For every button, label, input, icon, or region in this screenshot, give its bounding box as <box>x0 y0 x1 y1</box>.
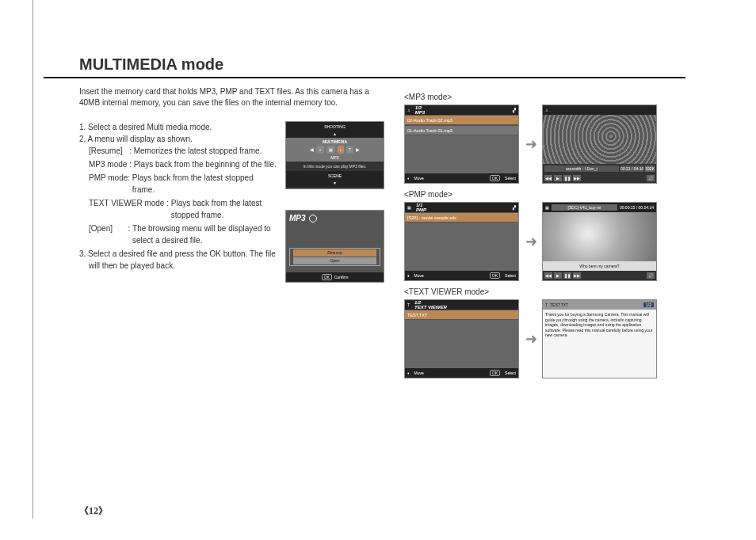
play-icon: ▶ <box>554 175 562 181</box>
arrow-icon: ➜ <box>525 135 536 153</box>
updown-icon: ♦ <box>407 176 410 181</box>
ok-key-icon: OK <box>490 175 500 181</box>
film-icon: ▞ <box>513 205 516 210</box>
multimedia-label: MULTIMEDIA <box>323 139 347 144</box>
mp3-mode-label: <MP3 mode> <box>404 93 701 101</box>
pmp-browser-lcd: ▦ 1/1PMP ▞ [S20] - movie sample.sdc ♦ Mo… <box>404 202 519 281</box>
move-label: Move <box>414 371 424 375</box>
scene-label: SCENE <box>328 173 342 178</box>
steps-list: 1. Select a desired Multi media mode. 2.… <box>79 121 277 283</box>
next-icon: ▶▶ <box>573 272 581 279</box>
mp3-label: MP3 <box>330 155 338 160</box>
arrow-icon: ➜ <box>525 233 536 250</box>
down-arrow-icon: ▼ <box>333 181 337 185</box>
updown-icon: ♦ <box>407 371 410 375</box>
nowplaying-title: erosmith - I Don_t <box>544 165 619 172</box>
step-3: 3. Select a desired file and press the O… <box>79 248 277 272</box>
def-label: MP3 mode : <box>89 158 134 170</box>
music-icon: ♫ <box>545 108 548 112</box>
page-number: 《12》 <box>79 504 108 518</box>
page-margin-line <box>32 0 33 519</box>
def-text: Plays back from the latest stopped frame… <box>132 172 277 196</box>
mode-icon: ▦ <box>326 146 335 154</box>
caption-text: Who bent my camera? <box>579 264 619 268</box>
select-label: Select <box>505 371 516 375</box>
time-display: 00:21 / 04:10 <box>620 165 643 172</box>
mp3-player-lcd: ♫ erosmith - I Don_t 00:21 / 04:10 192K … <box>542 105 657 184</box>
step-1: 1. Select a desired Multi media mode. <box>79 121 277 133</box>
prev-icon: ◀◀ <box>544 175 552 181</box>
mode-icon: ♫ <box>316 146 324 154</box>
film-icon: ▞ <box>513 108 516 112</box>
headphone-icon <box>309 215 317 222</box>
select-label: Select <box>505 273 516 278</box>
file-row-selected: TEST.TXT <box>405 310 518 319</box>
volume-icon: 🔊 <box>647 272 655 279</box>
mode-icon-selected: ♪ <box>338 146 345 154</box>
def-text: Memorizes the latest stopped frame. <box>134 145 277 157</box>
updown-icon: ♦ <box>407 273 410 278</box>
def-text: Plays back from the beginning of the fil… <box>134 158 277 170</box>
music-icon: ♫ <box>407 108 410 112</box>
def-label: PMP mode: <box>89 172 132 196</box>
right-column: <MP3 mode> ♫ 1/2MP3 ▞ 02-Audio Track 02.… <box>404 86 701 383</box>
step-2: 2. A menu will display as shown. <box>79 133 277 145</box>
shooting-label: SHOOTING <box>324 124 346 129</box>
track-row: 01-Audio Track 01.mp3 <box>405 126 518 135</box>
volume-icon: 🔊 <box>647 175 655 181</box>
def-label: [Resume] : <box>89 145 134 157</box>
def-label: TEXT VIEWER mode : <box>89 197 171 221</box>
open-option: Open <box>293 257 376 264</box>
video-icon: ▦ <box>407 205 411 210</box>
file-row-selected: [S20] - movie sample.sdc <box>405 213 518 222</box>
arrow-icon: ➜ <box>525 330 536 348</box>
pmp-mode-label: <PMP mode> <box>404 190 701 199</box>
prev-icon: ◀◀ <box>544 272 552 279</box>
text-browser-lcd: T 1/2TEXT VIEWER TEST.TXT ♦ Move OK Sele… <box>404 299 519 378</box>
text-viewer-lcd: T TEST.TXT 1/2 Thank you for buying a Sa… <box>542 299 657 378</box>
ok-key-icon: OK <box>490 370 500 376</box>
pause-icon: ❚❚ <box>563 272 571 279</box>
mode-title: MP3 <box>415 110 425 115</box>
page-title: MULTIMEDIA mode <box>44 16 685 78</box>
mp3-browser-lcd: ♫ 1/2MP3 ▞ 02-Audio Track 02.mp3 01-Audi… <box>404 105 519 184</box>
video-icon: ▦ <box>545 205 549 210</box>
def-text: The browsing menu will be displayed to s… <box>132 222 277 246</box>
mp3-logo: MP3 <box>289 214 306 222</box>
left-column: Insert the memory card that holds MP3, P… <box>79 86 388 383</box>
left-arrow-icon: ◀ <box>310 147 314 152</box>
menu-lcd: SHOOTING ▲ MULTIMEDIA ◀ ♫ ▦ ♪ T ▶ <box>285 121 384 189</box>
ok-key-icon: OK <box>322 274 332 280</box>
confirm-label: Confirm <box>334 275 349 280</box>
pmp-player-lcd: ▦ [SDC]-V41_boy-mi 00:00:15 / 00:24:14 W… <box>542 202 657 281</box>
move-label: Move <box>414 176 424 181</box>
play-icon: ▶ <box>554 272 562 279</box>
up-arrow-icon: ▲ <box>333 131 337 136</box>
mode-title: TEXT VIEWER <box>414 305 447 310</box>
mode-icon: T <box>346 146 353 154</box>
pause-icon: ❚❚ <box>563 175 571 181</box>
intro-text: Insert the memory card that holds MP3, P… <box>79 86 388 108</box>
page-indicator: 1/2 <box>643 302 654 307</box>
ok-key-icon: OK <box>490 272 500 279</box>
move-label: Move <box>414 273 424 278</box>
time-display: 00:00:15 / 00:24:14 <box>620 205 654 210</box>
text-icon: T <box>407 302 410 307</box>
nowplaying-title: [SDC]-V41_boy-mi <box>552 204 617 211</box>
text-body: Thank you for buying a Samsung Camera. T… <box>543 310 656 378</box>
hint-text: In this mode you can play MP3 files. <box>286 162 384 171</box>
next-icon: ▶▶ <box>573 175 581 181</box>
resume-option: Resume <box>293 249 376 257</box>
popup-lcd: MP3 Resume Open OK Confirm <box>285 210 384 283</box>
track-row-selected: 02-Audio Track 02.mp3 <box>405 116 518 124</box>
text-icon: T <box>545 302 548 307</box>
file-title: TEST.TXT <box>550 302 568 307</box>
text-mode-label: <TEXT VIEWER mode> <box>404 287 701 296</box>
def-label: [Open] : <box>89 222 132 246</box>
mode-title: PMP <box>416 207 426 212</box>
manual-page: MULTIMEDIA mode Insert the memory card t… <box>44 16 717 491</box>
right-arrow-icon: ▶ <box>356 147 360 152</box>
def-text: Plays back from the latest stopped frame… <box>171 197 277 221</box>
select-label: Select <box>505 176 516 181</box>
bitrate: 192K <box>645 165 655 172</box>
